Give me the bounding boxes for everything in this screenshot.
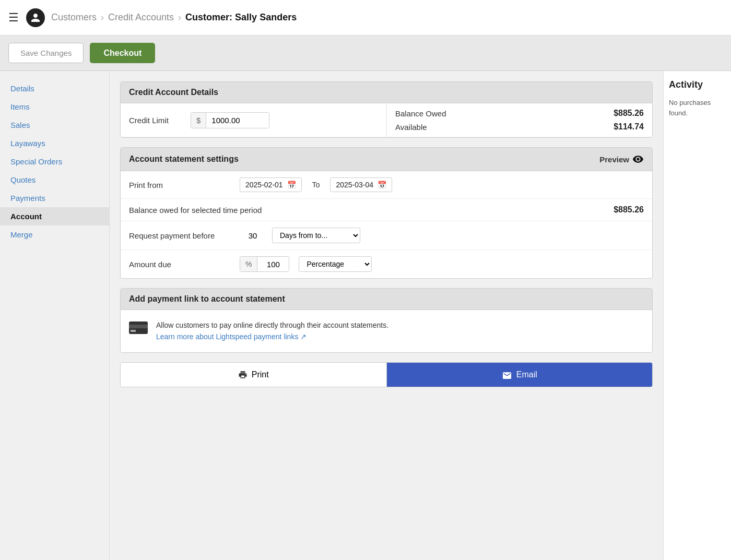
available-label: Available bbox=[395, 123, 427, 132]
credit-account-details-body: Credit Limit $ Balance Owed $885.26 Avai… bbox=[121, 103, 652, 137]
email-button[interactable]: Email bbox=[387, 363, 653, 387]
sidebar-item-payments[interactable]: Payments bbox=[0, 189, 109, 207]
print-from-label: Print from bbox=[129, 181, 233, 189]
sidebar-item-account[interactable]: Account bbox=[0, 207, 109, 225]
balance-period-label: Balance owed for selected time period bbox=[129, 206, 262, 215]
amount-due-percent-wrap: % bbox=[240, 256, 289, 272]
payment-link-header: Add payment link to account statement bbox=[121, 289, 652, 310]
breadcrumb-customers[interactable]: Customers bbox=[51, 12, 97, 23]
credit-limit-input-wrap: $ bbox=[191, 112, 269, 128]
credit-limit-label: Credit Limit bbox=[129, 116, 186, 125]
balance-period-row: Balance owed for selected time period $8… bbox=[121, 199, 652, 221]
available-value: $114.74 bbox=[614, 122, 644, 132]
credit-account-details-title: Credit Account Details bbox=[129, 88, 218, 97]
sidebar-item-sales[interactable]: Sales bbox=[0, 116, 109, 134]
sidebar-item-details[interactable]: Details bbox=[0, 79, 109, 98]
credit-right-panel: Balance Owed $885.26 Available $114.74 bbox=[386, 103, 652, 137]
avatar bbox=[26, 8, 45, 27]
payment-link-learn-more[interactable]: Learn more about Lightspeed payment link… bbox=[156, 332, 298, 341]
sidebar-item-merge[interactable]: Merge bbox=[0, 225, 109, 244]
payment-link-body: Allow customers to pay online directly t… bbox=[121, 310, 652, 352]
checkout-button[interactable]: Checkout bbox=[90, 43, 155, 63]
breadcrumb-sep1: › bbox=[101, 12, 104, 23]
statement-settings-body: Print from 2025-02-01 📅 To 2025-03-04 📅 … bbox=[121, 171, 652, 278]
amount-due-label: Amount due bbox=[129, 260, 233, 269]
preview-button[interactable]: Preview bbox=[599, 153, 644, 165]
email-icon bbox=[502, 371, 512, 379]
print-from-date-value: 2025-02-01 bbox=[245, 181, 283, 189]
available-row: Available $114.74 bbox=[395, 122, 644, 132]
payment-link-text: Allow customers to pay online directly t… bbox=[156, 319, 388, 343]
breadcrumb-current: Customer: Sally Sanders bbox=[185, 12, 297, 23]
payment-link-description: Allow customers to pay online directly t… bbox=[156, 321, 388, 329]
statement-settings-card: Account statement settings Preview Print… bbox=[120, 147, 653, 279]
print-button[interactable]: Print bbox=[121, 363, 387, 387]
to-label: To bbox=[312, 181, 320, 189]
email-button-label: Email bbox=[516, 370, 537, 379]
breadcrumb: Customers › Credit Accounts › Customer: … bbox=[51, 12, 297, 23]
preview-label: Preview bbox=[599, 155, 629, 164]
percent-prefix-icon: % bbox=[240, 257, 257, 271]
request-payment-days-input[interactable] bbox=[240, 231, 266, 240]
print-from-date-input[interactable]: 2025-02-01 📅 bbox=[240, 177, 302, 192]
statement-settings-header: Account statement settings Preview bbox=[121, 148, 652, 171]
payment-link-card: Add payment link to account statement Al… bbox=[120, 288, 653, 353]
activity-empty-text: No purchases found. bbox=[669, 98, 726, 118]
calendar-to-icon: 📅 bbox=[378, 181, 386, 189]
sidebar-item-layaways[interactable]: Layaways bbox=[0, 134, 109, 152]
amount-due-row: Amount due % Percentage Fixed amount bbox=[121, 250, 652, 278]
main-layout: Details Items Sales Layaways Special Ord… bbox=[0, 71, 731, 560]
credit-limit-cell: Credit Limit $ bbox=[121, 103, 386, 137]
print-button-label: Print bbox=[252, 370, 269, 379]
statement-settings-title: Account statement settings bbox=[129, 154, 239, 164]
to-date-input[interactable]: 2025-03-04 📅 bbox=[330, 177, 392, 192]
header: ☰ Customers › Credit Accounts › Customer… bbox=[0, 0, 731, 35]
hamburger-icon[interactable]: ☰ bbox=[8, 11, 19, 25]
request-payment-row: Request payment before Days from to... D… bbox=[121, 221, 652, 250]
sidebar-item-special-orders[interactable]: Special Orders bbox=[0, 152, 109, 171]
balance-owed-row: Balance Owed $885.26 bbox=[395, 109, 644, 118]
sidebar-item-quotes[interactable]: Quotes bbox=[0, 171, 109, 189]
toolbar: Save Changes Checkout bbox=[0, 35, 731, 71]
credit-account-details-card: Credit Account Details Credit Limit $ Ba… bbox=[120, 81, 653, 138]
breadcrumb-sep2: › bbox=[178, 12, 181, 23]
request-payment-label: Request payment before bbox=[129, 231, 233, 240]
credit-account-details-header: Credit Account Details bbox=[121, 82, 652, 103]
breadcrumb-credit-accounts[interactable]: Credit Accounts bbox=[108, 12, 174, 23]
amount-due-percent-input[interactable] bbox=[257, 257, 289, 271]
credit-card-icon bbox=[129, 320, 148, 339]
to-date-value: 2025-03-04 bbox=[336, 181, 373, 189]
request-payment-dropdown[interactable]: Days from to... Days from from date Spec… bbox=[272, 228, 360, 243]
payment-link-title: Add payment link to account statement bbox=[129, 294, 285, 304]
credit-limit-prefix: $ bbox=[191, 113, 206, 128]
content-area: Credit Account Details Credit Limit $ Ba… bbox=[110, 71, 663, 560]
activity-title: Activity bbox=[669, 79, 726, 90]
external-link-icon: ↗ bbox=[300, 332, 306, 341]
bottom-buttons: Print Email bbox=[120, 362, 653, 387]
print-from-row: Print from 2025-02-01 📅 To 2025-03-04 📅 bbox=[121, 171, 652, 199]
amount-due-dropdown[interactable]: Percentage Fixed amount bbox=[299, 256, 372, 272]
print-icon bbox=[238, 370, 247, 379]
balance-owed-label: Balance Owed bbox=[395, 109, 446, 118]
sidebar-item-items[interactable]: Items bbox=[0, 98, 109, 116]
activity-panel: Activity No purchases found. bbox=[663, 71, 731, 560]
eye-icon bbox=[632, 153, 644, 165]
calendar-from-icon: 📅 bbox=[287, 181, 296, 189]
balance-owed-value: $885.26 bbox=[614, 109, 644, 118]
svg-rect-2 bbox=[131, 330, 136, 332]
balance-period-value: $885.26 bbox=[614, 205, 644, 215]
credit-limit-input[interactable] bbox=[206, 113, 269, 128]
sidebar: Details Items Sales Layaways Special Ord… bbox=[0, 71, 110, 560]
svg-rect-1 bbox=[129, 325, 148, 328]
save-changes-button[interactable]: Save Changes bbox=[8, 43, 84, 63]
